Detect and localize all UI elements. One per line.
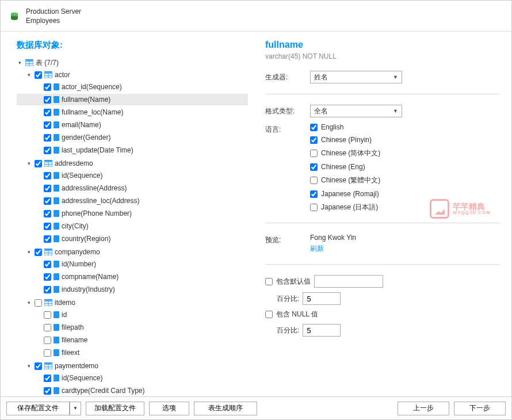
caret-icon[interactable]: ▾: [17, 60, 23, 66]
column-checkbox[interactable]: [44, 121, 51, 129]
column-checkbox[interactable]: [44, 375, 51, 382]
column-name[interactable]: id(Number): [62, 260, 96, 268]
next-button[interactable]: 下一步: [454, 402, 506, 415]
prev-button[interactable]: 上一步: [398, 402, 449, 415]
table-name[interactable]: companydemo: [55, 248, 100, 256]
percent-input-1[interactable]: [303, 292, 341, 305]
column-name[interactable]: city(City): [62, 222, 89, 230]
tree-root-label: 表 (7/7): [36, 58, 59, 68]
caret-icon[interactable]: ▾: [26, 249, 32, 255]
table-name[interactable]: actor: [55, 71, 70, 79]
language-option[interactable]: Chinese (Eng): [310, 163, 380, 171]
column-checkbox[interactable]: [44, 210, 51, 217]
column-checkbox[interactable]: [44, 311, 51, 319]
column-name[interactable]: email(Name): [62, 121, 101, 129]
language-checkbox[interactable]: [310, 150, 318, 157]
column-name[interactable]: addressline(Address): [62, 184, 127, 192]
chevron-down-icon: ▼: [393, 108, 398, 114]
language-option[interactable]: Japanese (日本語): [310, 203, 380, 212]
language-checkbox[interactable]: [310, 177, 318, 184]
language-option[interactable]: Chinese (简体中文): [310, 148, 380, 158]
table-checkbox[interactable]: [35, 362, 42, 370]
language-option[interactable]: Chinese (Pinyin): [310, 136, 380, 144]
table-name[interactable]: addresdemo: [55, 159, 93, 167]
column-icon: [54, 349, 59, 356]
table-checkbox[interactable]: [35, 160, 42, 167]
language-checkbox[interactable]: [310, 124, 318, 131]
column-checkbox[interactable]: [44, 109, 51, 116]
column-name[interactable]: id: [62, 311, 67, 319]
options-button[interactable]: 选项: [149, 402, 189, 415]
column-checkbox[interactable]: [44, 337, 51, 344]
table-order-button[interactable]: 表生成顺序: [194, 402, 257, 415]
include-null-checkbox[interactable]: [265, 311, 273, 318]
language-checkbox[interactable]: [310, 136, 318, 144]
load-profile-button[interactable]: 加载配置文件: [86, 402, 144, 415]
column-checkbox[interactable]: [44, 83, 51, 91]
column-checkbox[interactable]: [44, 223, 51, 230]
language-option[interactable]: English: [310, 123, 380, 131]
column-checkbox[interactable]: [44, 197, 51, 205]
column-checkbox[interactable]: [44, 96, 51, 104]
include-default-label: 包含默认值: [276, 277, 311, 287]
column-icon: [54, 273, 59, 280]
refresh-link[interactable]: 刷新: [310, 244, 356, 254]
language-option[interactable]: Japanese (Romaji): [310, 190, 380, 198]
column-name[interactable]: last_update(Date Time): [62, 146, 133, 154]
objects-title: 数据库对象:: [17, 40, 248, 51]
column-name[interactable]: fileext: [62, 349, 79, 357]
table-checkbox[interactable]: [35, 71, 42, 79]
table-checkbox[interactable]: [35, 299, 42, 307]
caret-icon[interactable]: ▾: [26, 363, 32, 369]
table-name[interactable]: paymentdemo: [55, 362, 98, 370]
column-name[interactable]: filename: [62, 336, 87, 344]
column-checkbox[interactable]: [44, 324, 51, 331]
column-name[interactable]: fullname_loc(Name): [62, 108, 123, 116]
column-checkbox[interactable]: [44, 172, 51, 180]
generator-label: 生成器:: [265, 71, 310, 82]
language-checkbox[interactable]: [310, 163, 318, 171]
language-label: 语言:: [265, 123, 310, 135]
generator-select[interactable]: 姓名 ▼: [310, 71, 402, 83]
column-type: varchar(45) NOT NULL: [265, 52, 500, 60]
column-name[interactable]: phone(Phone Number): [62, 209, 132, 217]
language-checkbox[interactable]: [310, 204, 318, 211]
language-checkbox[interactable]: [310, 190, 318, 198]
save-profile-dropdown[interactable]: ▼: [70, 402, 81, 415]
format-label: 格式类型:: [265, 105, 310, 116]
column-checkbox[interactable]: [44, 185, 51, 192]
column-checkbox[interactable]: [44, 147, 51, 154]
column-icon: [54, 96, 59, 103]
caret-icon[interactable]: ▾: [26, 300, 32, 306]
column-checkbox[interactable]: [44, 387, 51, 395]
column-name[interactable]: addressline_loc(Address): [62, 197, 139, 205]
svg-rect-6: [44, 71, 52, 73]
column-name[interactable]: id(Sequence): [62, 171, 102, 180]
server-name: Production Server: [26, 7, 81, 17]
table-name[interactable]: itdemo: [55, 299, 75, 307]
column-checkbox[interactable]: [44, 273, 51, 281]
column-name[interactable]: id(Sequence): [62, 374, 102, 382]
save-profile-button[interactable]: 保存配置文件: [6, 402, 70, 415]
column-checkbox[interactable]: [44, 261, 51, 268]
language-option[interactable]: Chinese (繁體中文): [310, 175, 380, 185]
column-name[interactable]: actor_id(Sequence): [62, 83, 122, 91]
caret-icon[interactable]: ▾: [26, 161, 32, 167]
percent-input-2[interactable]: [303, 324, 341, 337]
format-select[interactable]: 全名 ▼: [310, 105, 402, 117]
column-checkbox[interactable]: [44, 134, 51, 142]
column-checkbox[interactable]: [44, 235, 51, 243]
include-default-checkbox[interactable]: [265, 278, 273, 285]
column-name[interactable]: filepath: [62, 323, 84, 331]
caret-icon[interactable]: ▾: [26, 72, 32, 78]
column-checkbox[interactable]: [44, 349, 51, 357]
table-checkbox[interactable]: [35, 249, 42, 256]
column-name[interactable]: gender(Gender): [62, 133, 110, 142]
column-name[interactable]: industry(Industry): [62, 285, 115, 293]
column-name[interactable]: fullname(Name): [62, 96, 110, 104]
column-name[interactable]: compname(Name): [62, 273, 119, 281]
column-checkbox[interactable]: [44, 286, 51, 293]
column-name[interactable]: country(Region): [62, 235, 110, 243]
column-name[interactable]: cardtype(Credit Card Type): [62, 387, 145, 395]
default-value-input[interactable]: [314, 275, 383, 288]
